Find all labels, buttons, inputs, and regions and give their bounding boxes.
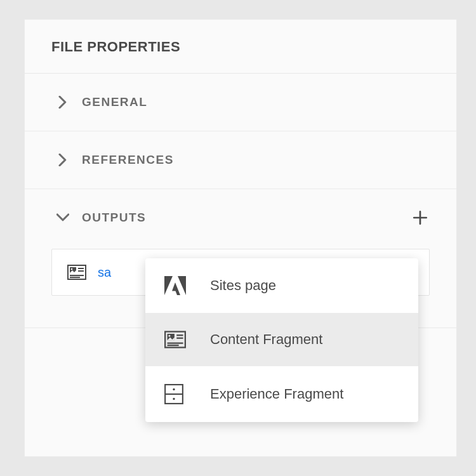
plus-icon [412,209,428,226]
dropdown-item-label: Sites page [210,277,276,294]
content-fragment-icon [67,265,86,280]
dropdown-item-label: Experience Fragment [210,386,343,402]
dropdown-item-label: Content Fragment [210,331,322,348]
add-output-button[interactable] [411,208,430,227]
chevron-right-icon [55,154,70,166]
chevron-down-icon [55,213,70,222]
add-output-dropdown: Sites page Content Fragment [145,258,418,422]
file-properties-panel: FILE PROPERTIES GENERAL REFERENCES OUTPU… [24,19,457,457]
experience-fragment-icon [164,384,188,404]
svg-point-9 [168,335,170,337]
dropdown-item-experience-fragment[interactable]: Experience Fragment [145,366,418,422]
section-header-references[interactable]: REFERENCES [25,131,456,188]
svg-point-2 [71,268,73,270]
svg-point-16 [173,388,175,390]
section-general: GENERAL [25,74,456,131]
chevron-right-icon [55,96,70,109]
content-fragment-icon [164,331,188,348]
dropdown-item-content-fragment[interactable]: Content Fragment [145,313,418,366]
section-label: OUTPUTS [82,211,146,225]
svg-point-17 [173,398,175,400]
section-label: REFERENCES [82,153,174,167]
panel-title: FILE PROPERTIES [25,20,456,74]
section-header-general[interactable]: GENERAL [25,74,456,131]
dropdown-item-sites-page[interactable]: Sites page [145,258,418,313]
output-item-name: sa [98,265,111,280]
section-label: GENERAL [82,95,147,109]
section-header-outputs[interactable]: OUTPUTS [25,189,456,246]
section-references: REFERENCES [25,131,456,189]
adobe-icon [164,276,188,295]
